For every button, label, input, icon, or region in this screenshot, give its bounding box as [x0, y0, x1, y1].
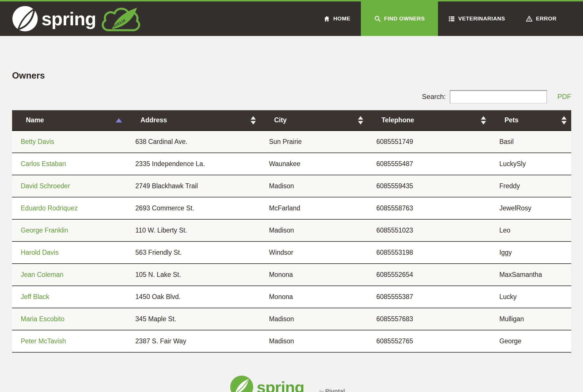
telephone-cell: 6085551023 [368, 219, 491, 241]
city-cell: Windsor [260, 241, 368, 264]
page-title: Owners [12, 71, 571, 81]
telephone-cell: 6085553198 [368, 241, 491, 264]
nav-item-label: ERROR [536, 16, 557, 22]
footer-byline-by: by [319, 389, 324, 392]
sort-both-icon [251, 116, 256, 124]
name-cell: Jean Coleman [12, 264, 127, 286]
table-row: Harold Davis563 Friendly St.Windsor60855… [12, 241, 571, 264]
name-cell: Jeff Black [12, 286, 127, 308]
address-cell: 2749 Blackhawk Trail [127, 175, 260, 197]
name-cell: David Schroeder [12, 175, 127, 197]
sort-both-icon [481, 116, 486, 124]
table-row: Betty Davis638 Cardinal Ave.Sun Prairie6… [12, 131, 571, 153]
owner-link[interactable]: Jean Coleman [21, 271, 63, 278]
name-cell: Betty Davis [12, 131, 127, 153]
address-cell: 345 Maple St. [127, 308, 260, 330]
search-label: Search: [422, 93, 446, 101]
column-header-telephone[interactable]: Telephone [368, 110, 491, 131]
address-cell: 2387 S. Fair Way [127, 330, 260, 352]
city-cell: McFarland [260, 197, 368, 219]
name-cell: Harold Davis [12, 241, 127, 264]
main-content: Owners Search: PDF Name Address City [0, 71, 583, 392]
pdf-link[interactable]: PDF [557, 93, 571, 101]
owners-table-body: Betty Davis638 Cardinal Ave.Sun Prairie6… [12, 131, 571, 353]
name-cell: George Franklin [12, 219, 127, 241]
pets-cell: Iggy [491, 241, 571, 264]
pets-cell: Basil [491, 131, 571, 153]
column-header-city[interactable]: City [260, 110, 368, 131]
nav-item-label: HOME [333, 16, 350, 22]
telephone-cell: 6085552654 [368, 264, 491, 286]
pets-cell: JewelRosy [491, 197, 571, 219]
column-header-address[interactable]: Address [127, 110, 260, 131]
footer-brand-text: spring [257, 378, 304, 392]
telephone-cell: 6085559435 [368, 175, 491, 197]
table-header-row: Name Address City Telephone Pets [12, 110, 571, 131]
address-cell: 1450 Oak Blvd. [127, 286, 260, 308]
name-cell: Carlos Estaban [12, 153, 127, 175]
table-row: Peter McTavish2387 S. Fair WayMadison608… [12, 330, 571, 352]
owner-link[interactable]: David Schroeder [21, 182, 70, 190]
name-cell: Maria Escobito [12, 308, 127, 330]
pets-cell: Leo [491, 219, 571, 241]
list-icon [448, 16, 455, 22]
table-row: David Schroeder2749 Blackhawk TrailMadis… [12, 175, 571, 197]
city-cell: Waunakee [260, 153, 368, 175]
owner-link[interactable]: Peter McTavish [21, 337, 66, 345]
table-row: George Franklin110 W. Liberty St.Madison… [12, 219, 571, 241]
city-cell: Madison [260, 219, 368, 241]
telephone-cell: 6085551749 [368, 131, 491, 153]
column-header-name[interactable]: Name [12, 110, 127, 131]
name-cell: Eduardo Rodriquez [12, 197, 127, 219]
city-cell: Sun Prairie [260, 131, 368, 153]
city-cell: Madison [260, 330, 368, 352]
column-header-pets[interactable]: Pets [491, 110, 571, 131]
nav-item-home[interactable]: HOME [313, 1, 361, 36]
navbar: spring 010110 HOME FIND OWNERS VET [0, 1, 583, 36]
telephone-cell: 6085552765 [368, 330, 491, 352]
address-cell: 110 W. Liberty St. [127, 219, 260, 241]
address-cell: 638 Cardinal Ave. [127, 131, 260, 153]
owner-link[interactable]: Jeff Black [21, 293, 49, 300]
spring-logo[interactable]: spring 010110 [12, 5, 142, 33]
address-cell: 563 Friendly St. [127, 241, 260, 264]
sort-both-icon [358, 116, 363, 124]
owner-link[interactable]: Carlos Estaban [21, 160, 66, 168]
spring-footer-logo: spring by Pivotal. [230, 374, 354, 392]
table-row: Jean Coleman105 N. Lake St.Monona6085552… [12, 264, 571, 286]
footer-byline-brand: Pivotal. [325, 388, 347, 392]
telephone-cell: 6085558763 [368, 197, 491, 219]
address-cell: 2693 Commerce St. [127, 197, 260, 219]
pets-cell: George [491, 330, 571, 352]
search-icon [374, 15, 381, 22]
owner-link[interactable]: Harold Davis [21, 249, 59, 256]
table-row: Maria Escobito345 Maple St.Madison608555… [12, 308, 571, 330]
city-cell: Monona [260, 286, 368, 308]
owner-link[interactable]: George Franklin [21, 227, 68, 234]
nav-item-label: VETERINARIANS [458, 16, 505, 22]
spring-brand-logo-graphic: spring 010110 [12, 5, 142, 33]
owner-link[interactable]: Betty Davis [21, 138, 54, 145]
home-icon [323, 16, 330, 22]
pets-cell: Lucky [491, 286, 571, 308]
nav-item-label: FIND OWNERS [384, 16, 425, 22]
brand-text: spring [41, 9, 96, 29]
telephone-cell: 6085555387 [368, 286, 491, 308]
pets-cell: MaxSamantha [491, 264, 571, 286]
nav-menu: HOME FIND OWNERS VETERINARIANS ERROR [313, 1, 567, 36]
sort-asc-icon [116, 118, 122, 122]
table-row: Eduardo Rodriquez2693 Commerce St.McFarl… [12, 197, 571, 219]
warning-icon [526, 15, 533, 22]
address-cell: 2335 Independence La. [127, 153, 260, 175]
search-input[interactable] [450, 90, 547, 104]
nav-item-error[interactable]: ERROR [515, 1, 567, 36]
owner-link[interactable]: Maria Escobito [21, 315, 64, 323]
owner-link[interactable]: Eduardo Rodriquez [21, 204, 78, 212]
owners-table: Name Address City Telephone Pets [12, 110, 571, 353]
nav-item-veterinarians[interactable]: VETERINARIANS [438, 1, 515, 36]
table-row: Carlos Estaban2335 Independence La.Wauna… [12, 153, 571, 175]
city-cell: Madison [260, 308, 368, 330]
nav-item-find-owners[interactable]: FIND OWNERS [361, 1, 438, 36]
city-cell: Monona [260, 264, 368, 286]
name-cell: Peter McTavish [12, 330, 127, 352]
